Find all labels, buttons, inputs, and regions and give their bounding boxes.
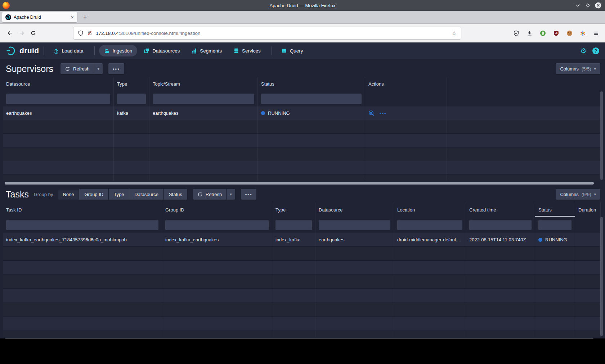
downloads-icon[interactable] <box>525 28 534 38</box>
column-header[interactable]: Location <box>394 203 466 217</box>
nav-divider <box>272 46 272 55</box>
column-header[interactable]: Duration <box>575 203 601 217</box>
nav-segments-label: Segments <box>200 48 222 54</box>
nav-services-label: Services <box>242 48 261 54</box>
column-header[interactable]: Status <box>258 77 365 91</box>
topic-stream-filter-input[interactable] <box>153 94 254 104</box>
settings-gear-icon[interactable]: ⚙ <box>580 46 587 55</box>
nav-segments[interactable]: Segments <box>186 45 227 56</box>
tasks-header: Tasks Group by None Group ID Type Dataso… <box>0 187 605 203</box>
services-icon <box>233 48 239 54</box>
supervisors-vertical-scrollbar[interactable] <box>600 91 603 180</box>
column-header[interactable]: Type <box>272 203 315 217</box>
column-header[interactable]: Type <box>114 77 149 91</box>
extension-green-icon[interactable] <box>538 28 547 38</box>
column-header[interactable]: Actions <box>365 77 447 91</box>
nav-ingestion[interactable]: Ingestion <box>99 45 138 56</box>
tasks-more-button[interactable]: ••• <box>241 189 257 200</box>
tasks-refresh-caret-button[interactable]: ▾ <box>227 189 235 200</box>
empty-row <box>3 331 601 337</box>
datasource-filter-input[interactable] <box>319 220 390 230</box>
supervisor-row[interactable]: earthquakes kafka earthquakes RUNNING ••… <box>3 106 601 120</box>
menu-hamburger-icon[interactable] <box>591 28 601 38</box>
group-by-status-button[interactable]: Status <box>164 189 187 200</box>
empty-row <box>3 317 601 331</box>
new-tab-button[interactable]: + <box>80 12 90 22</box>
ingestion-icon <box>104 48 110 54</box>
window-close-icon[interactable] <box>595 2 601 9</box>
column-header[interactable]: Datasource <box>315 203 394 217</box>
datasource-filter-input[interactable] <box>6 94 110 104</box>
supervisors-horizontal-scrollbar[interactable] <box>5 182 600 185</box>
nav-load-data[interactable]: Load data <box>48 45 89 56</box>
empty-row <box>3 247 601 261</box>
ublock-origin-icon[interactable]: uO <box>551 28 561 38</box>
druid-logo-icon <box>6 45 17 56</box>
bookmark-star-icon[interactable]: ☆ <box>452 30 457 37</box>
tasks-refresh-button[interactable]: Refresh <box>193 189 227 200</box>
scrollbar-thumb[interactable] <box>5 338 594 338</box>
task-id-filter-input[interactable] <box>6 220 158 230</box>
supervisor-type: kafka <box>117 110 128 116</box>
created-time-filter-input[interactable] <box>469 220 532 230</box>
reload-button[interactable] <box>27 27 39 39</box>
pocket-shield-check-icon[interactable] <box>511 28 521 38</box>
load-data-icon <box>53 48 59 54</box>
group-by-type-button[interactable]: Type <box>109 189 129 200</box>
group-id-filter-input[interactable] <box>165 220 269 230</box>
nav-ingestion-label: Ingestion <box>113 48 133 54</box>
group-by-datasource-button[interactable]: Datasource <box>129 189 163 200</box>
window-maximize-icon[interactable] <box>585 3 591 8</box>
supervisors-more-button[interactable]: ••• <box>108 63 124 74</box>
group-by-none-button[interactable]: None <box>58 189 79 200</box>
column-header-sorted[interactable]: Status <box>535 203 575 217</box>
colorful-asterisk-extension-icon[interactable] <box>578 28 587 38</box>
supervisors-refresh-caret-button[interactable]: ▾ <box>94 63 103 74</box>
supervisor-actions-more-icon[interactable]: ••• <box>380 110 387 116</box>
column-header[interactable]: Group ID <box>162 203 272 217</box>
help-icon[interactable]: ? <box>592 47 599 54</box>
column-header-filler <box>447 77 601 91</box>
tasks-title: Tasks <box>6 189 29 200</box>
tasks-columns-button[interactable]: Columns (9/9) ▾ <box>556 189 600 200</box>
insecure-lock-icon[interactable] <box>87 30 93 36</box>
group-by-group-id-button[interactable]: Group ID <box>79 189 109 200</box>
location-filter-input[interactable] <box>397 220 462 230</box>
supervisor-detail-magnifier-icon[interactable] <box>368 110 375 117</box>
browser-tab[interactable]: Apache Druid × <box>2 12 77 22</box>
type-filter-input[interactable] <box>275 220 312 230</box>
status-filter-input[interactable] <box>261 94 362 104</box>
back-button[interactable] <box>4 27 16 39</box>
column-header[interactable]: Created time <box>466 203 535 217</box>
tasks-horizontal-scrollbar[interactable] <box>5 338 600 338</box>
empty-row <box>3 134 601 147</box>
supervisors-header: Supervisors Refresh ▾ ••• Columns (5/5) … <box>0 59 605 77</box>
type-filter-input[interactable] <box>117 94 146 104</box>
window-minimize-icon[interactable] <box>575 3 581 8</box>
column-header[interactable]: Topic/Stream <box>149 77 258 91</box>
cookie-extension-icon[interactable] <box>565 28 574 38</box>
nav-services[interactable]: Services <box>228 45 266 56</box>
columns-count: (5/5) <box>582 66 591 72</box>
tracking-protection-shield-icon[interactable] <box>78 30 84 36</box>
task-row[interactable]: index_kafka_earthquakes_7184357396d6c0a_… <box>3 233 601 247</box>
column-header[interactable]: Task ID <box>3 203 162 217</box>
supervisors-columns-button[interactable]: Columns (5/5) ▾ <box>556 63 600 74</box>
column-header-filler <box>601 203 605 217</box>
nav-datasources[interactable]: Datasources <box>139 45 185 56</box>
chevron-down-icon: ▾ <box>594 67 596 71</box>
scrollbar-thumb[interactable] <box>5 182 594 185</box>
refresh-label: Refresh <box>73 66 90 72</box>
supervisors-refresh-button[interactable]: Refresh <box>60 63 94 74</box>
nav-query[interactable]: Query <box>276 45 308 56</box>
url-bar[interactable]: 172.18.0.4:30109/unified-console.html#in… <box>73 27 461 39</box>
task-status: RUNNING <box>545 237 567 242</box>
forward-button[interactable] <box>16 27 27 39</box>
nav-query-label: Query <box>290 48 303 54</box>
column-header[interactable]: Datasource <box>3 77 114 91</box>
empty-row <box>3 120 601 134</box>
segments-icon <box>191 48 197 54</box>
tab-close-icon[interactable]: × <box>71 14 74 20</box>
status-filter-input[interactable] <box>538 220 572 230</box>
tasks-vertical-scrollbar[interactable] <box>600 217 603 336</box>
